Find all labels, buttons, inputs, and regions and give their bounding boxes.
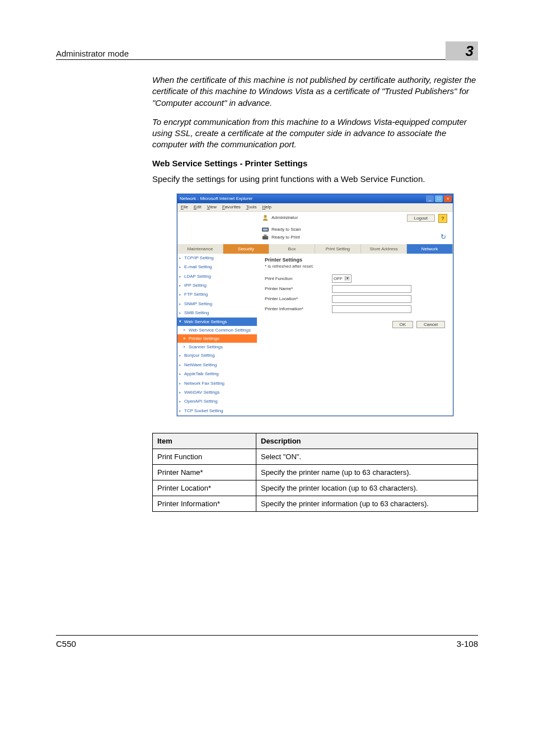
table-cell-desc: Specify the printer name (up to 63 chara… — [256, 465, 478, 480]
tab-print-setting[interactable]: Print Setting — [315, 244, 361, 254]
intro-paragraph: Specify the settings for using print fun… — [152, 174, 478, 185]
svg-point-0 — [264, 215, 266, 218]
page-footer: C550 3-108 — [56, 635, 478, 648]
label-printer-information: Printer Information* — [265, 306, 332, 311]
label-print-function: Print Function — [265, 276, 332, 281]
chevron-down-icon: ▾ — [345, 276, 350, 281]
table-head-description: Description — [256, 433, 478, 449]
sidebar-sub-scanner[interactable]: Scanner Settings — [177, 343, 257, 351]
menu-favorites[interactable]: Favorites — [222, 204, 241, 209]
tab-store-address[interactable]: Store Address — [361, 244, 407, 254]
table-cell-item: Print Function — [153, 449, 256, 465]
window-title: Network - Microsoft Internet Explorer — [180, 196, 252, 201]
footer-page-number: 3-108 — [457, 639, 478, 648]
tab-network[interactable]: Network — [407, 244, 453, 254]
maximize-icon[interactable]: □ — [435, 195, 443, 202]
menu-file[interactable]: File — [181, 204, 188, 209]
sidebar-item-email[interactable]: E-mail Setting — [177, 263, 257, 272]
status-print: Ready to Print — [261, 234, 301, 241]
administrator-label: Administrator — [261, 214, 298, 222]
content-pane: Printer Settings * is refreshed after re… — [257, 254, 453, 416]
label-printer-name: Printer Name* — [265, 286, 332, 291]
menu-view[interactable]: View — [207, 204, 217, 209]
close-icon[interactable]: × — [444, 195, 452, 202]
help-icon[interactable]: ? — [438, 214, 447, 223]
logout-button[interactable]: Logout — [407, 214, 435, 222]
menu-help[interactable]: Help — [263, 204, 271, 209]
sidebar-item-tcpsocket[interactable]: TCP Socket Setting — [177, 407, 257, 416]
table-head-item: Item — [153, 433, 256, 449]
tab-security[interactable]: Security — [223, 244, 269, 254]
scanner-icon — [261, 226, 269, 233]
sidebar-item-appletalk[interactable]: AppleTalk Setting — [177, 370, 257, 379]
sidebar-group-web-service[interactable]: Web Service Settings — [177, 318, 257, 326]
sidebar-sub-printer[interactable]: Printer Settings — [177, 334, 257, 343]
cancel-button[interactable]: Cancel — [416, 321, 445, 328]
page-header: Administrator mode 3 — [56, 39, 478, 60]
sidebar-item-openapi[interactable]: OpenAPI Setting — [177, 397, 257, 406]
table-row: Printer Information* Specify the printer… — [153, 496, 478, 512]
table-row: Print Function Select "ON". — [153, 449, 478, 465]
svg-rect-4 — [264, 235, 266, 236]
printer-icon — [261, 234, 269, 241]
embedded-screenshot: Network - Microsoft Internet Explorer _ … — [177, 194, 453, 416]
svg-point-5 — [267, 237, 268, 238]
footer-model: C550 — [56, 639, 76, 648]
menu-bar: File Edit View Favorites Tools Help — [177, 203, 453, 212]
tab-maintenance[interactable]: Maintenance — [177, 244, 223, 254]
table-row: Printer Name* Specify the printer name (… — [153, 465, 478, 480]
sidebar: TCP/IP Setting E-mail Setting LDAP Setti… — [177, 254, 257, 416]
sidebar-item-ftp[interactable]: FTP Setting — [177, 290, 257, 299]
input-printer-name[interactable] — [332, 285, 411, 293]
window-titlebar: Network - Microsoft Internet Explorer _ … — [177, 194, 453, 203]
description-table: Item Description Print Function Select "… — [152, 433, 478, 512]
sidebar-item-ipp[interactable]: IPP Setting — [177, 281, 257, 290]
menu-tools[interactable]: Tools — [246, 204, 257, 209]
sidebar-item-smb[interactable]: SMB Setting — [177, 309, 257, 318]
table-cell-item: Printer Location* — [153, 480, 256, 496]
tab-bar: Maintenance Security Box Print Setting S… — [177, 244, 453, 254]
note-paragraph-1: When the certificate of this machine is … — [152, 74, 478, 109]
admin-icon — [261, 214, 269, 222]
input-printer-location[interactable] — [332, 295, 411, 303]
section-title: Administrator mode — [56, 49, 129, 58]
sidebar-item-netware[interactable]: NetWare Setting — [177, 361, 257, 370]
sidebar-item-tcpip[interactable]: TCP/IP Setting — [177, 254, 257, 263]
section-heading: Web Service Settings - Printer Settings — [152, 158, 478, 168]
input-printer-information[interactable] — [332, 305, 411, 313]
content-note: * is refreshed after reset. — [265, 264, 445, 269]
ok-button[interactable]: OK — [392, 321, 414, 328]
note-paragraph-2: To encrypt communication from this machi… — [152, 116, 478, 151]
status-scan: Ready to Scan — [261, 226, 301, 233]
table-cell-desc: Specify the printer information (up to 6… — [256, 496, 478, 512]
table-cell-item: Printer Name* — [153, 465, 256, 480]
tab-box[interactable]: Box — [269, 244, 315, 254]
sidebar-item-networkfax[interactable]: Network Fax Setting — [177, 379, 257, 388]
select-print-function[interactable]: OFF ▾ — [332, 274, 352, 283]
sidebar-item-bonjour[interactable]: Bonjour Setting — [177, 351, 257, 360]
sidebar-item-snmp[interactable]: SNMP Setting — [177, 300, 257, 309]
refresh-icon[interactable]: ↻ — [439, 233, 447, 241]
minimize-icon[interactable]: _ — [426, 195, 434, 202]
table-cell-desc: Select "ON". — [256, 449, 478, 465]
label-printer-location: Printer Location* — [265, 296, 332, 301]
table-cell-desc: Specify the printer location (up to 63 c… — [256, 480, 478, 496]
chapter-number-badge: 3 — [446, 41, 478, 60]
sidebar-item-webdav[interactable]: WebDAV Settings — [177, 388, 257, 397]
table-row: Printer Location* Specify the printer lo… — [153, 480, 478, 496]
content-title: Printer Settings — [265, 257, 445, 263]
sidebar-item-ldap[interactable]: LDAP Setting — [177, 272, 257, 281]
svg-rect-2 — [263, 228, 268, 230]
sidebar-sub-common[interactable]: Web Service Common Settings — [177, 326, 257, 334]
menu-edit[interactable]: Edit — [194, 204, 202, 209]
table-cell-item: Printer Information* — [153, 496, 256, 512]
